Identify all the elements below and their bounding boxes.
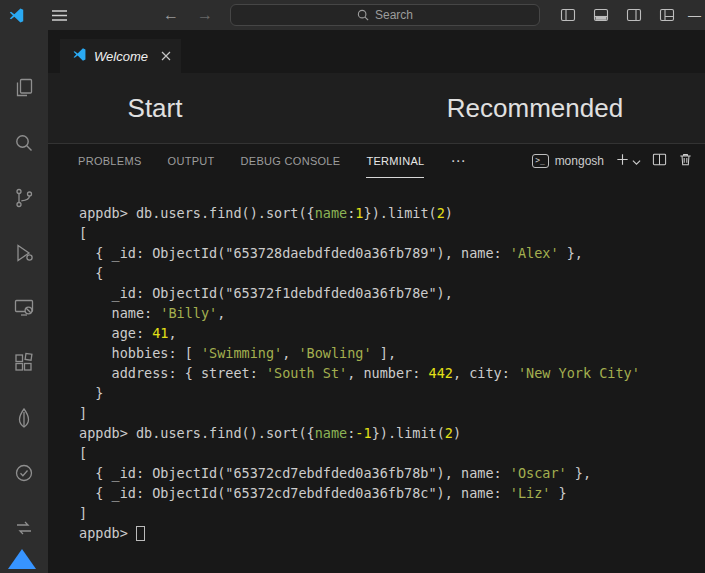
terminal-actions: >_ mongosh [532, 152, 693, 171]
vscode-window: ← → Search [0, 0, 705, 573]
start-heading: Start [128, 93, 183, 124]
terminal-line: [ [79, 443, 701, 463]
layout-controls [560, 0, 675, 30]
terminal-line: ] [79, 503, 701, 523]
terminal[interactable]: appdb> db.users.find().sort({name:1}).li… [48, 178, 705, 573]
search-icon [357, 9, 369, 21]
terminal-line: appdb> db.users.find().sort({name:1}).li… [79, 203, 701, 223]
terminal-line: { _id: ObjectId("653728daebdfded0a36fb78… [79, 243, 701, 263]
panel-tab-terminal[interactable]: TERMINAL [366, 144, 424, 178]
activity-bar [0, 30, 48, 573]
more-actions-icon[interactable]: ⋯ [450, 152, 465, 170]
search-placeholder: Search [375, 8, 413, 22]
toggle-secondary-sidebar-icon[interactable] [626, 7, 642, 23]
panel-header: PROBLEMS OUTPUT DEBUG CONSOLE TERMINAL ⋯… [48, 144, 705, 178]
new-terminal-icon[interactable] [615, 152, 630, 171]
terminal-line: } [79, 383, 701, 403]
menu-icon[interactable] [52, 0, 67, 30]
terminal-line: { _id: ObjectId("65372cd7ebdfded0a36fb78… [79, 463, 701, 483]
terminal-line: appdb> [79, 523, 701, 543]
source-control-icon[interactable] [0, 170, 48, 225]
welcome-page: Start Recommended [48, 73, 705, 143]
compare-arrows-icon[interactable] [0, 500, 48, 555]
customize-layout-icon[interactable] [659, 7, 675, 23]
chevron-down-icon[interactable] [632, 152, 641, 170]
terminal-line: address: { street: 'South St', number: 4… [79, 363, 701, 383]
toggle-panel-icon[interactable] [593, 7, 609, 23]
forward-arrow-icon[interactable]: → [197, 0, 213, 30]
back-arrow-icon[interactable]: ← [163, 0, 179, 30]
terminal-line: appdb> db.users.find().sort({name:-1}).l… [79, 423, 701, 443]
terminal-line: hobbies: [ 'Swimming', 'Bowling' ], [79, 343, 701, 363]
close-icon[interactable] [161, 51, 171, 61]
vscode-logo-icon [72, 47, 87, 66]
terminal-line: ] [79, 403, 701, 423]
explorer-icon[interactable] [0, 60, 48, 115]
terminal-line: age: 41, [79, 323, 701, 343]
toggle-primary-sidebar-icon[interactable] [560, 7, 576, 23]
tab-welcome[interactable]: Welcome [60, 39, 181, 73]
bottom-blue-triangle-icon [8, 549, 36, 573]
recommended-heading: Recommended [447, 93, 623, 124]
panel-tab-debug-console[interactable]: DEBUG CONSOLE [241, 144, 341, 178]
kill-terminal-trash-icon[interactable] [678, 152, 693, 171]
testing-check-circle-icon[interactable] [0, 445, 48, 500]
terminal-cursor [136, 526, 145, 541]
terminal-line: [ [79, 223, 701, 243]
panel: PROBLEMS OUTPUT DEBUG CONSOLE TERMINAL ⋯… [48, 143, 705, 573]
terminal-badge-icon: >_ [532, 154, 549, 168]
remote-explorer-icon[interactable] [0, 280, 48, 335]
search-input[interactable]: Search [230, 4, 540, 26]
tab-label: Welcome [94, 49, 148, 64]
minimize-button[interactable]: — [688, 0, 701, 30]
panel-tab-output[interactable]: OUTPUT [168, 144, 215, 178]
terminal-line: { [79, 263, 701, 283]
extensions-icon[interactable] [0, 335, 48, 390]
terminal-line: { _id: ObjectId("65372cd7ebdfded0a36fb78… [79, 483, 701, 503]
vscode-logo-icon [8, 0, 25, 30]
search-icon[interactable] [0, 115, 48, 170]
terminal-line: name: 'Billy', [79, 303, 701, 323]
split-terminal-icon[interactable] [652, 152, 667, 171]
tab-bar: Welcome [48, 30, 705, 73]
terminal-instance-mongosh[interactable]: >_ mongosh [532, 154, 604, 168]
panel-tab-problems[interactable]: PROBLEMS [78, 144, 142, 178]
terminal-instance-label: mongosh [555, 154, 604, 168]
run-and-debug-icon[interactable] [0, 225, 48, 280]
terminal-line: _id: ObjectId("65372f1debdfded0a36fb78e"… [79, 283, 701, 303]
mongodb-icon[interactable] [0, 390, 48, 445]
title-bar: ← → Search [0, 0, 705, 30]
